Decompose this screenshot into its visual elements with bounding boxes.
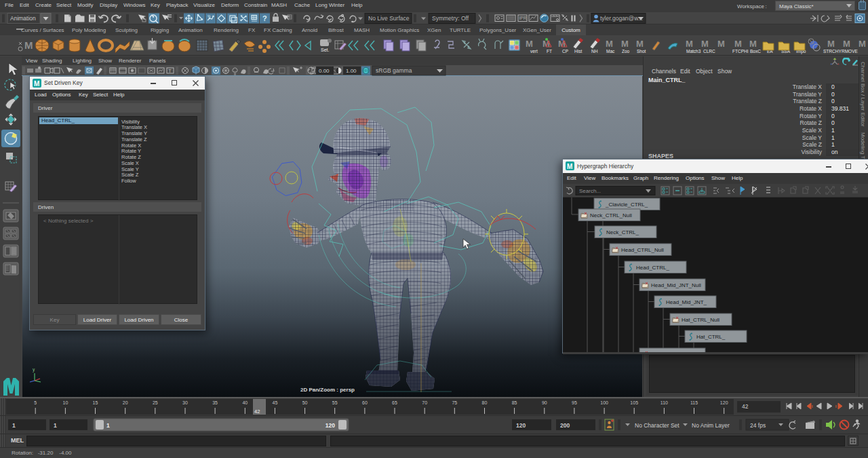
svg-text:75: 75	[452, 400, 457, 405]
svg-text:85: 85	[512, 400, 517, 405]
svg-text:1: 1	[54, 422, 57, 429]
svg-text:Animation: Animation	[10, 15, 36, 22]
svg-text:10: 10	[63, 400, 68, 405]
svg-text:M: M	[734, 39, 742, 49]
svg-text:Search...: Search...	[579, 188, 601, 194]
svg-text:FT: FT	[547, 49, 552, 54]
svg-text:Head_CTRL_Null: Head_CTRL_Null	[621, 247, 664, 253]
svg-text:50: 50	[302, 400, 308, 405]
svg-text:sRGB gamma: sRGB gamma	[376, 67, 412, 74]
svg-text:M: M	[686, 39, 693, 49]
svg-text:T: T	[168, 68, 172, 74]
svg-text:STRCHY: STRCHY	[823, 49, 842, 54]
svg-text:40: 40	[242, 400, 248, 405]
svg-text:90: 90	[542, 400, 547, 405]
svg-text:vert: vert	[530, 49, 538, 54]
svg-text:115: 115	[690, 400, 698, 405]
svg-text:Head_CTRL_: Head_CTRL_	[636, 265, 669, 271]
svg-text:45: 45	[273, 400, 278, 405]
svg-text:60: 60	[362, 400, 368, 405]
svg-text:Neck_CTRL_: Neck_CTRL_	[606, 229, 639, 235]
svg-text:NH: NH	[591, 49, 598, 54]
svg-text:105: 105	[630, 400, 638, 405]
svg-text:Hat_CTRL_: Hat_CTRL_	[696, 334, 726, 340]
svg-text:Shot: Shot	[637, 49, 646, 54]
svg-text:M: M	[34, 80, 39, 88]
svg-text:120: 120	[326, 422, 335, 429]
svg-text:M: M	[749, 39, 757, 49]
svg-text:M: M	[567, 163, 572, 170]
svg-text:120: 120	[516, 422, 526, 429]
svg-text:No Character Set: No Character Set	[635, 422, 679, 429]
svg-text:2D Pan/Zoom : persp: 2D Pan/Zoom : persp	[300, 387, 355, 393]
svg-text:24 fps: 24 fps	[750, 422, 766, 429]
svg-text:1.00: 1.00	[346, 68, 357, 74]
svg-text:Head_Mid_JNT_Null: Head_Mid_JNT_Null	[651, 282, 701, 288]
svg-text:M: M	[606, 39, 613, 49]
svg-text:IPR: IPR	[519, 16, 527, 20]
svg-text:CP: CP	[562, 49, 568, 54]
svg-text:_Clavicle_CTRL_: _Clavicle_CTRL_	[605, 202, 648, 208]
svg-text:M: M	[636, 39, 644, 49]
svg-text:M: M	[859, 39, 866, 49]
svg-text:Head_Mid_JNT_: Head_Mid_JNT_	[666, 299, 707, 305]
svg-text:Neck_CTRL_Null: Neck_CTRL_Null	[590, 212, 632, 218]
svg-text:100: 100	[600, 400, 608, 405]
svg-text:35: 35	[212, 400, 218, 405]
svg-text:15: 15	[93, 400, 98, 405]
svg-text:BoxC: BoxC	[750, 49, 761, 54]
svg-text:M: M	[843, 39, 850, 49]
svg-text:200: 200	[560, 422, 570, 429]
svg-text:M: M	[701, 39, 709, 49]
svg-text:%: %	[208, 14, 211, 18]
svg-text:No Anim Layer: No Anim Layer	[692, 422, 730, 429]
svg-text:30: 30	[182, 400, 188, 405]
svg-text:0.00: 0.00	[319, 68, 330, 74]
svg-text:95: 95	[572, 400, 577, 405]
svg-text:CLRC: CLRC	[703, 49, 715, 54]
svg-text:42: 42	[742, 403, 749, 410]
svg-text:Match3: Match3	[686, 49, 701, 54]
svg-text:Symmetry: Off: Symmetry: Off	[432, 15, 469, 22]
svg-text:Hist: Hist	[574, 49, 582, 54]
svg-text:70: 70	[422, 400, 427, 405]
svg-text:80: 80	[482, 400, 488, 405]
svg-text:RMOVE: RMOVE	[842, 49, 859, 54]
svg-text:Zoo: Zoo	[622, 49, 630, 54]
svg-text:65: 65	[392, 400, 397, 405]
svg-text:M: M	[827, 39, 835, 49]
svg-text:Mac: Mac	[606, 49, 615, 54]
svg-text:No Live Surface: No Live Surface	[368, 15, 410, 22]
svg-text:1: 1	[12, 422, 16, 429]
svg-text:25: 25	[153, 400, 158, 405]
svg-text:FTCPHI: FTCPHI	[732, 49, 749, 54]
svg-text:110: 110	[660, 400, 668, 405]
svg-text:Set.: Set.	[321, 47, 330, 52]
svg-text:y: y	[33, 367, 35, 373]
svg-text:M: M	[24, 39, 33, 51]
svg-text:55: 55	[332, 400, 338, 405]
svg-text:42: 42	[254, 408, 260, 415]
svg-text:5: 5	[34, 400, 37, 405]
svg-text:120: 120	[720, 400, 728, 405]
svg-text:M: M	[717, 39, 725, 49]
svg-text:1: 1	[106, 422, 110, 429]
svg-text:?: ?	[262, 14, 267, 22]
svg-text:Hat_CTRL_Null: Hat_CTRL_Null	[682, 317, 719, 323]
svg-text:M: M	[621, 39, 629, 49]
svg-text:tyler.gogan@w...: tyler.gogan@w...	[600, 15, 643, 22]
svg-text:M: M	[526, 39, 533, 49]
svg-text:20: 20	[123, 400, 128, 405]
